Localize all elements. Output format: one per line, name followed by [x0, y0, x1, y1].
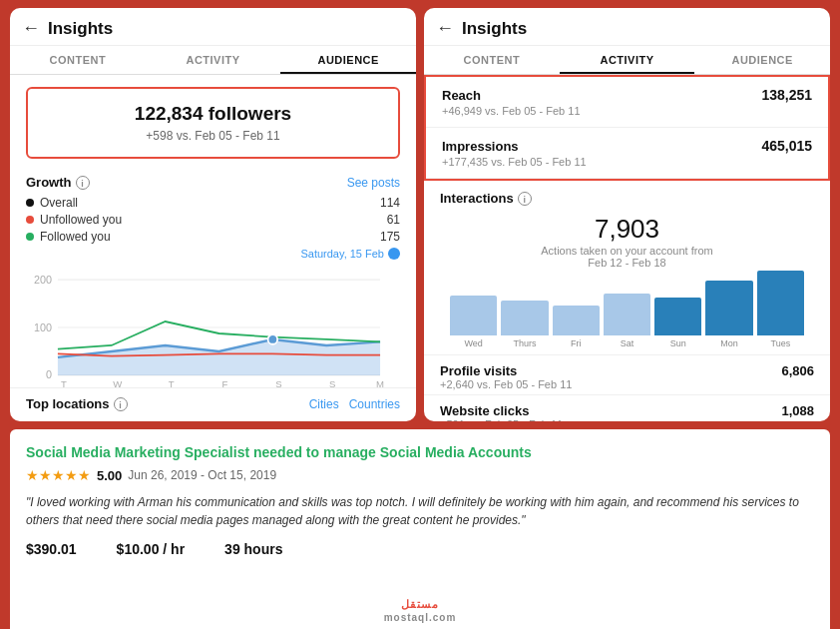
website-clicks-subtitle: +501 vs. Feb 05 - Feb 11 [440, 418, 563, 421]
main-container: ← Insights CONTENT ACTIVITY AUDIENCE 122… [0, 0, 840, 629]
left-panel-title: Insights [48, 19, 113, 39]
right-panel-title: Insights [462, 19, 527, 39]
interactions-count: 7,903 [440, 214, 814, 245]
website-clicks-value: 1,088 [781, 403, 814, 418]
bar-col-tues: Tues [757, 271, 804, 348]
job-title: Social Media Marketing Specialist needed… [26, 443, 814, 461]
interactions-subtitle: Actions taken on your account from Feb 1… [440, 245, 814, 269]
svg-text:0: 0 [46, 368, 52, 380]
interactions-info-icon[interactable]: i [518, 192, 532, 206]
bar-mon [705, 281, 752, 335]
top-locations-info-icon[interactable]: i [114, 397, 128, 411]
unfollowed-value: 61 [387, 213, 400, 227]
svg-point-7 [268, 334, 278, 344]
rating-date: Jun 26, 2019 - Oct 15, 2019 [128, 468, 276, 482]
profile-visits-row: Profile visits +2,640 vs. Feb 05 - Feb 1… [424, 354, 830, 394]
metrics-highlight-box: Reach 138,251 +46,949 vs. Feb 05 - Feb 1… [424, 75, 830, 181]
svg-text:S: S [329, 378, 335, 387]
left-chart-area: 200 100 0 T W T F [10, 268, 416, 387]
right-back-arrow[interactable]: ← [436, 18, 454, 39]
interactions-header: Interactions i [440, 191, 814, 206]
profile-visits-value: 6,806 [781, 363, 814, 378]
interactions-bar-chart: Wed Thurs Fri Sat [440, 279, 814, 348]
reach-value: 138,251 [761, 87, 812, 103]
website-clicks-label: Website clicks [440, 403, 563, 418]
growth-label: Growth i [26, 175, 90, 190]
left-chart-svg: 200 100 0 T W T F [22, 268, 404, 387]
right-tab-activity[interactable]: ACTIVITY [560, 46, 695, 74]
price-hourly: $10.00 / hr [117, 541, 186, 557]
svg-text:T: T [61, 378, 67, 387]
bar-label-tues: Tues [770, 338, 790, 348]
left-back-arrow[interactable]: ← [22, 18, 40, 39]
overall-dot [26, 199, 34, 207]
reach-subtitle: +46,949 vs. Feb 05 - Feb 11 [442, 105, 812, 117]
bar-thurs [501, 301, 548, 335]
right-tab-audience[interactable]: AUDIENCE [694, 46, 830, 74]
website-clicks-row: Website clicks +501 vs. Feb 05 - Feb 11 … [424, 394, 830, 421]
review-text: "I loved working with Arman his communic… [26, 493, 814, 529]
bar-label-mon: Mon [720, 338, 738, 348]
left-phone-panel: ← Insights CONTENT ACTIVITY AUDIENCE 122… [10, 8, 416, 421]
bar-sun [654, 298, 701, 335]
see-posts-link[interactable]: See posts [347, 176, 400, 190]
blue-dot-icon [388, 248, 400, 260]
bar-sat [604, 294, 650, 335]
hours: 39 hours [224, 541, 282, 557]
svg-text:T: T [169, 378, 175, 387]
bar-fri [553, 306, 600, 335]
left-tabs-row: CONTENT ACTIVITY AUDIENCE [10, 46, 416, 75]
growth-info-icon[interactable]: i [76, 176, 90, 190]
top-locations: Top locations i Cities Countries [10, 387, 416, 419]
watermark: مستقلmostaql.com [384, 598, 457, 623]
growth-row-followed: Followed you 175 [26, 230, 400, 244]
svg-text:S: S [275, 378, 281, 387]
bar-wed [450, 296, 497, 335]
svg-text:100: 100 [34, 321, 52, 333]
rating-value: 5.00 [97, 468, 122, 483]
bar-tues [757, 271, 804, 335]
follower-subtitle: +598 vs. Feb 05 - Feb 11 [44, 129, 382, 143]
bar-col-sun: Sun [654, 298, 701, 348]
location-links: Cities Countries [309, 397, 400, 411]
growth-row-unfollowed: Unfollowed you 61 [26, 213, 400, 227]
svg-text:F: F [222, 378, 228, 387]
right-panel-header: ← Insights [424, 8, 830, 46]
profile-visits-label: Profile visits [440, 363, 572, 378]
bar-col-thurs: Thurs [501, 301, 548, 348]
unfollowed-dot [26, 216, 34, 224]
followed-value: 175 [380, 230, 400, 244]
bar-col-fri: Fri [553, 306, 600, 348]
right-phone-panel: ← Insights CONTENT ACTIVITY AUDIENCE Rea… [424, 8, 830, 421]
right-tab-content[interactable]: CONTENT [424, 46, 560, 74]
cities-link[interactable]: Cities [309, 397, 339, 411]
svg-text:W: W [113, 378, 122, 387]
bar-col-sat: Sat [604, 294, 650, 348]
growth-section: Growth i See posts Overall 114 Unfol [10, 171, 416, 268]
profile-visits-subtitle: +2,640 vs. Feb 05 - Feb 11 [440, 378, 572, 390]
left-tab-audience[interactable]: AUDIENCE [280, 46, 416, 74]
followed-dot [26, 233, 34, 241]
bar-label-sat: Sat [621, 338, 634, 348]
price-row: $390.01 $10.00 / hr 39 hours [26, 541, 814, 557]
follower-box: 122,834 followers +598 vs. Feb 05 - Feb … [26, 87, 400, 159]
bar-col-wed: Wed [450, 296, 497, 348]
date-label: Saturday, 15 Feb [26, 248, 400, 260]
impressions-value: 465,015 [761, 138, 812, 154]
price-total: $390.01 [26, 541, 77, 557]
countries-link[interactable]: Countries [349, 397, 400, 411]
left-tab-activity[interactable]: ACTIVITY [146, 46, 281, 74]
right-tabs-row: CONTENT ACTIVITY AUDIENCE [424, 46, 830, 75]
svg-text:M: M [376, 378, 384, 387]
bottom-section: Social Media Marketing Specialist needed… [10, 429, 830, 629]
impressions-subtitle: +177,435 vs. Feb 05 - Feb 11 [442, 156, 812, 168]
impressions-label: Impressions [442, 139, 519, 154]
bar-col-mon: Mon [705, 281, 752, 348]
interactions-section: Interactions i 7,903 Actions taken on yo… [424, 181, 830, 354]
left-panel-header: ← Insights [10, 8, 416, 46]
growth-header: Growth i See posts [26, 175, 400, 190]
reach-metric: Reach 138,251 +46,949 vs. Feb 05 - Feb 1… [426, 77, 828, 128]
overall-value: 114 [380, 196, 400, 210]
left-tab-content[interactable]: CONTENT [10, 46, 146, 74]
stars: ★★★★★ [26, 467, 91, 483]
